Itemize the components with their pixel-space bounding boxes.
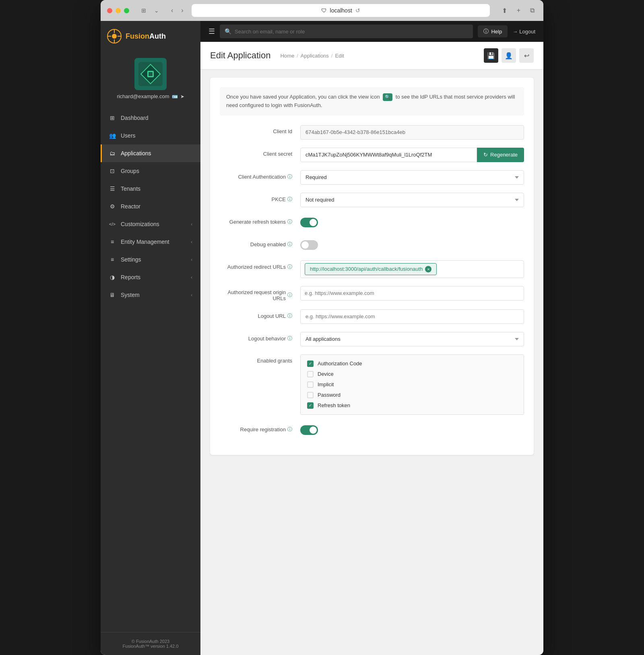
- authorization-code-checkbox[interactable]: ✓: [307, 360, 314, 367]
- password-checkbox[interactable]: [307, 392, 314, 398]
- fusionauth-logo-icon: [107, 29, 122, 43]
- request-origin-row: Authorized request origin URLs ⓘ: [220, 286, 524, 301]
- debug-enabled-label: Debug enabled ⓘ: [220, 238, 300, 248]
- logout-behavior-select[interactable]: All applications: [300, 332, 524, 346]
- search-input[interactable]: [235, 29, 468, 35]
- tabs-button[interactable]: ⧉: [528, 5, 537, 16]
- share-button[interactable]: ⬆: [500, 5, 510, 16]
- user-card-icon: 🪪: [172, 94, 178, 99]
- sidebar-item-entity-management[interactable]: ≡ Entity Management ‹: [101, 233, 200, 251]
- logout-arrow-icon: →: [512, 29, 518, 35]
- implicit-checkbox[interactable]: [307, 381, 314, 388]
- info-box: Once you have saved your Application, yo…: [220, 87, 524, 115]
- logout-button[interactable]: → Logout: [512, 29, 535, 35]
- sidebar-item-label: System: [121, 292, 140, 298]
- logout-url-row: Logout URL ⓘ: [220, 309, 524, 324]
- forward-button[interactable]: ›: [178, 5, 186, 16]
- debug-enabled-toggle[interactable]: [300, 240, 318, 250]
- sidebar-item-system[interactable]: 🖥 System ‹: [101, 286, 200, 304]
- svg-point-1: [112, 34, 117, 39]
- logout-url-input[interactable]: [300, 309, 524, 324]
- help-button[interactable]: ⓘ Help: [478, 25, 508, 37]
- form-card: Once you have saved your Application, yo…: [210, 78, 534, 455]
- redirect-urls-input-area[interactable]: http://localhost:3000/api/auth/callback/…: [300, 260, 524, 278]
- grants-box: ✓ Authorization Code Device Implicit: [300, 354, 524, 415]
- client-id-input[interactable]: [300, 125, 524, 140]
- maximize-button[interactable]: [124, 8, 129, 13]
- client-secret-input[interactable]: [300, 148, 477, 162]
- breadcrumb-home[interactable]: Home: [280, 53, 294, 59]
- back-nav-button[interactable]: ↩: [519, 48, 534, 63]
- sidebar-item-users[interactable]: 👥 Users: [101, 127, 200, 144]
- minimize-button[interactable]: [116, 8, 121, 13]
- pkce-row: PKCE ⓘ Not required: [220, 193, 524, 207]
- logout-behavior-row: Logout behavior ⓘ All applications: [220, 332, 524, 346]
- client-auth-select[interactable]: Required: [300, 170, 524, 185]
- redirect-url-input[interactable]: [439, 266, 520, 272]
- sidebar-logo: FusionAuth: [101, 21, 200, 51]
- sidebar-item-label: Users: [121, 132, 136, 139]
- footer-copyright: © FusionAuth 2023: [107, 639, 194, 644]
- refresh-token-checkbox[interactable]: ✓: [307, 402, 314, 409]
- redirect-urls-info-icon: ⓘ: [287, 264, 292, 270]
- dashboard-icon: ⊞: [109, 114, 116, 122]
- request-origin-label: Authorized request origin URLs ⓘ: [220, 286, 300, 301]
- device-checkbox[interactable]: [307, 371, 314, 377]
- info-search-icon: 🔍: [383, 93, 392, 101]
- request-origin-input[interactable]: [305, 290, 520, 296]
- reload-icon[interactable]: ↺: [355, 7, 360, 14]
- require-registration-label: Require registration ⓘ: [220, 423, 300, 433]
- sidebar-item-reactor[interactable]: ⚙ Reactor: [101, 198, 200, 215]
- client-auth-info-icon: ⓘ: [287, 173, 292, 180]
- sidebar-toggle-arrow[interactable]: ⌄: [152, 6, 161, 15]
- sidebar-item-applications[interactable]: 🗂 Applications: [101, 144, 200, 162]
- sidebar-item-label: Reactor: [121, 203, 140, 210]
- sidebar-item-customizations[interactable]: </> Customizations ‹: [101, 215, 200, 233]
- client-secret-row: Client secret ↻ Regenerate: [220, 148, 524, 162]
- sidebar-item-label: Customizations: [121, 221, 159, 227]
- user-nav-icon: ➤: [180, 94, 184, 99]
- authorization-code-label: Authorization Code: [318, 360, 362, 367]
- entity-management-icon: ≡: [109, 238, 116, 245]
- regenerate-button[interactable]: ↻ Regenerate: [477, 148, 524, 162]
- help-label: Help: [491, 29, 502, 35]
- sidebar-item-dashboard[interactable]: ⊞ Dashboard: [101, 109, 200, 127]
- search-box: 🔍: [220, 25, 473, 38]
- chevron-left-icon: ‹: [191, 257, 192, 262]
- remove-redirect-url-button[interactable]: ×: [425, 266, 431, 272]
- debug-enabled-row: Debug enabled ⓘ: [220, 238, 524, 252]
- sidebar-item-reports[interactable]: ◑ Reports ‹: [101, 268, 200, 286]
- logo-text: FusionAuth: [126, 32, 166, 41]
- close-button[interactable]: [107, 8, 112, 13]
- topbar-menu-button[interactable]: ☰: [208, 27, 215, 36]
- sidebar-item-groups[interactable]: ⊡ Groups: [101, 162, 200, 180]
- system-icon: 🖥: [109, 291, 116, 299]
- sidebar-item-settings[interactable]: ≡ Settings ‹: [101, 251, 200, 268]
- require-registration-info-icon: ⓘ: [287, 426, 292, 433]
- client-auth-label: Client Authentication ⓘ: [220, 170, 300, 180]
- address-bar[interactable]: 🛡 localhost ↺: [192, 4, 490, 17]
- sidebar-item-label: Settings: [121, 256, 141, 263]
- save-button[interactable]: 💾: [484, 48, 498, 63]
- device-label: Device: [318, 371, 334, 377]
- request-origin-input-area[interactable]: [300, 286, 524, 301]
- refresh-token-label: Refresh token: [318, 402, 350, 408]
- pkce-select[interactable]: Not required: [300, 193, 524, 207]
- logout-url-info-icon: ⓘ: [287, 313, 292, 319]
- generate-refresh-label: Generate refresh tokens ⓘ: [220, 215, 300, 225]
- client-secret-label: Client secret: [220, 148, 300, 157]
- new-tab-button[interactable]: +: [514, 5, 523, 16]
- require-registration-toggle[interactable]: [300, 425, 318, 435]
- grant-password: Password: [307, 392, 517, 398]
- sidebar-item-label: Groups: [121, 168, 139, 174]
- generate-refresh-toggle[interactable]: [300, 218, 318, 227]
- sidebar-item-label: Dashboard: [121, 115, 149, 121]
- back-button[interactable]: ‹: [168, 5, 176, 16]
- sidebar-toggle-button[interactable]: ⊞: [139, 6, 149, 15]
- logout-behavior-info-icon: ⓘ: [287, 335, 292, 342]
- logout-label: Logout: [519, 29, 535, 35]
- sidebar-item-tenants[interactable]: ☰ Tenants: [101, 180, 200, 198]
- user-view-button[interactable]: 👤: [502, 48, 516, 63]
- breadcrumb-applications[interactable]: Applications: [301, 53, 329, 59]
- save-icon: 💾: [487, 52, 495, 60]
